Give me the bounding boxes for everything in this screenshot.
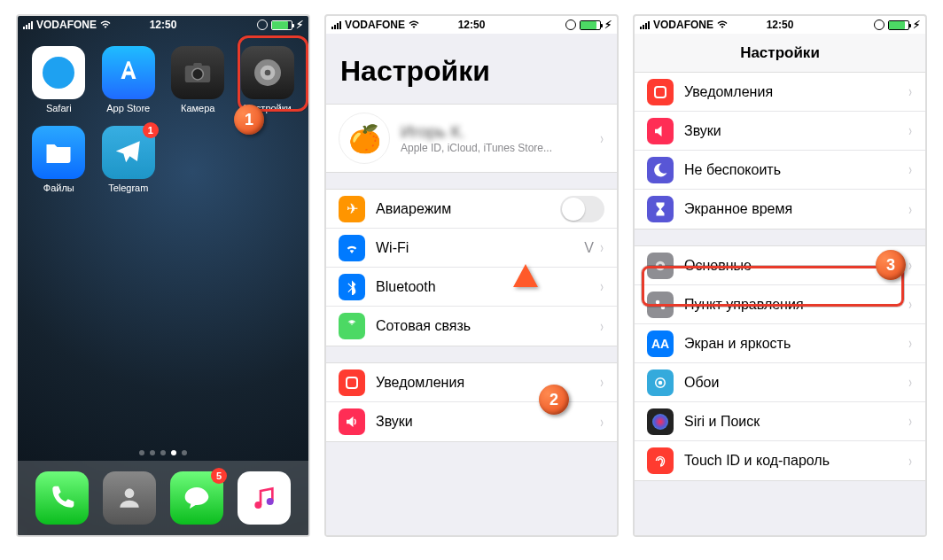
- app-phone[interactable]: [35, 471, 89, 525]
- sounds-icon: [647, 118, 674, 144]
- cell-label: Обои: [684, 375, 908, 391]
- appstore-icon: [113, 58, 144, 88]
- clock-label: 12:50: [150, 19, 177, 31]
- cell-screentime[interactable]: Экранное время ›: [635, 190, 925, 229]
- chevron-right-icon: ›: [908, 121, 912, 140]
- highlight-settings-app: [238, 35, 308, 112]
- cell-notifications[interactable]: Уведомления ›: [326, 363, 617, 402]
- app-label: App Store: [106, 103, 150, 113]
- cell-cellular[interactable]: Сотовая связь ›: [326, 307, 617, 346]
- avatar: 🍊: [339, 113, 390, 164]
- phone-settings-scrolled: VODAFONE 12:50 ⚡︎ Настройки Уведомления …: [633, 14, 927, 537]
- cell-bluetooth[interactable]: Bluetooth ›: [326, 268, 617, 307]
- signal-icon: [23, 21, 33, 29]
- page-indicator: [18, 450, 308, 455]
- wallpaper-icon: [647, 369, 674, 396]
- siri-icon: [647, 408, 674, 435]
- app-contacts[interactable]: [103, 471, 156, 525]
- cell-touchid[interactable]: Touch ID и код-пароль ›: [635, 441, 925, 480]
- app-label: Файлы: [43, 183, 74, 193]
- notifications-icon: [647, 79, 674, 105]
- cell-airplane[interactable]: ✈ Авиарежим: [326, 190, 617, 229]
- airplane-icon: ✈: [339, 196, 365, 222]
- chevron-right-icon: ›: [600, 413, 604, 432]
- hourglass-icon: [647, 196, 674, 222]
- charging-icon: ⚡︎: [604, 19, 612, 31]
- cell-wifi[interactable]: Wi-Fi V ›: [326, 229, 617, 268]
- cell-label: Авиарежим: [376, 201, 560, 217]
- safari-icon: [41, 55, 76, 90]
- cell-label: Звуки: [684, 123, 908, 139]
- contacts-icon: [115, 484, 144, 512]
- svg-point-0: [43, 57, 74, 89]
- cell-label: Звуки: [376, 414, 599, 430]
- apple-id-sub: Apple ID, iCloud, iTunes Store...: [401, 142, 599, 154]
- carrier-label: VODAFONE: [36, 19, 97, 31]
- phone-settings-root: VODAFONE 12:50 ⚡︎ Настройки 🍊 Игорь К. A…: [324, 14, 619, 537]
- cell-label: Siri и Поиск: [684, 414, 908, 430]
- nav-title: Настройки: [635, 34, 925, 73]
- cell-label: Экранное время: [684, 201, 908, 217]
- moon-icon: [647, 157, 674, 183]
- cell-label: Экран и яркость: [684, 336, 908, 352]
- status-bar: VODAFONE 12:50 ⚡︎: [326, 16, 617, 34]
- app-camera[interactable]: Камера: [168, 46, 229, 113]
- badge: 1: [143, 122, 159, 138]
- svg-point-10: [254, 502, 261, 509]
- app-telegram[interactable]: 1 Telegram: [98, 126, 160, 193]
- chevron-right-icon: ›: [908, 373, 912, 392]
- status-bar: VODAFONE 12:50 ⚡︎: [635, 16, 925, 34]
- step-marker-3: 3: [876, 250, 906, 280]
- svg-point-11: [267, 498, 274, 505]
- app-safari[interactable]: Safari: [28, 46, 90, 113]
- telegram-icon: [113, 137, 144, 167]
- phone-home-screen: VODAFONE 12:50 ⚡︎ Safari App Store Камер…: [16, 14, 310, 537]
- apple-id-name: Игорь К.: [401, 122, 599, 142]
- cell-notifications[interactable]: Уведомления ›: [635, 73, 925, 112]
- chevron-right-icon: ›: [908, 412, 912, 431]
- toggle-airplane[interactable]: [560, 196, 604, 222]
- cell-display[interactable]: AA Экран и яркость ›: [635, 324, 925, 363]
- cell-label: Уведомления: [376, 375, 599, 391]
- dock: 5: [18, 461, 308, 535]
- notifications-icon: [339, 369, 365, 396]
- signal-icon: [640, 21, 650, 29]
- folder-icon: [43, 136, 74, 168]
- cell-label: Wi-Fi: [376, 240, 584, 256]
- cell-siri[interactable]: Siri и Поиск ›: [635, 402, 925, 441]
- cell-label: Touch ID и код-пароль: [684, 453, 908, 469]
- cell-apple-id[interactable]: 🍊 Игорь К. Apple ID, iCloud, iTunes Stor…: [326, 105, 617, 172]
- chevron-right-icon: ›: [600, 238, 604, 257]
- app-label: Камера: [181, 103, 214, 113]
- app-files[interactable]: Файлы: [28, 126, 90, 193]
- fingerprint-icon: [647, 447, 674, 474]
- highlight-general-cell: [642, 266, 904, 307]
- cell-sounds[interactable]: Звуки ›: [326, 402, 617, 441]
- app-messages[interactable]: 5: [170, 471, 223, 525]
- chevron-right-icon: ›: [908, 334, 912, 353]
- chevron-right-icon: ›: [600, 317, 604, 336]
- battery-icon: [580, 20, 601, 30]
- charging-icon: ⚡︎: [296, 19, 303, 31]
- clock-label: 12:50: [458, 19, 486, 31]
- music-icon: [250, 484, 278, 512]
- chevron-right-icon: ›: [908, 200, 912, 219]
- badge: 5: [211, 468, 227, 484]
- carrier-label: VODAFONE: [653, 19, 713, 31]
- step-marker-1: 1: [234, 105, 264, 135]
- cell-sounds[interactable]: Звуки ›: [635, 112, 925, 151]
- app-appstore[interactable]: App Store: [98, 46, 160, 113]
- page-title: Настройки: [326, 34, 617, 95]
- cell-wallpaper[interactable]: Обои ›: [635, 363, 925, 402]
- cell-label: Bluetooth: [376, 279, 599, 295]
- charging-icon: ⚡︎: [913, 19, 920, 31]
- sounds-icon: [339, 408, 365, 435]
- app-label: Telegram: [108, 183, 148, 193]
- chevron-right-icon: ›: [600, 129, 604, 148]
- cell-dnd[interactable]: Не беспокоить ›: [635, 151, 925, 190]
- chevron-right-icon: ›: [908, 82, 912, 101]
- chevron-right-icon: ›: [600, 373, 604, 392]
- wifi-icon: [100, 19, 111, 30]
- chevron-right-icon: ›: [908, 256, 912, 275]
- app-music[interactable]: [238, 471, 291, 525]
